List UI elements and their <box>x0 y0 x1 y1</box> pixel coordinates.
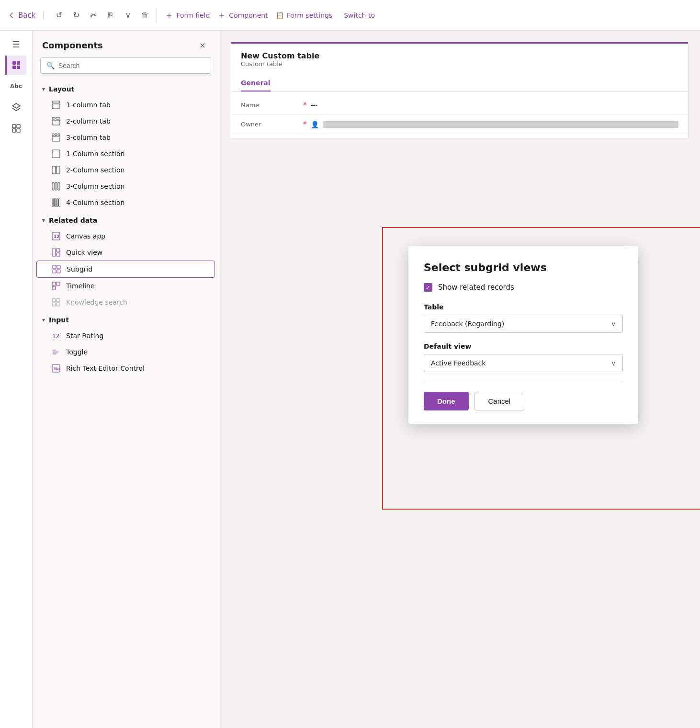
select-subgrid-dialog: Select subgrid views ✓ Show related reco… <box>408 246 638 424</box>
3col-tab-icon <box>52 133 60 142</box>
component-rich-text[interactable]: Abc Rich Text Editor Control <box>36 360 215 376</box>
2col-section-icon <box>52 166 60 174</box>
svg-rect-11 <box>56 117 60 119</box>
table-select[interactable]: Feedback (Regarding) ∨ <box>424 315 623 333</box>
back-button[interactable]: Back <box>8 11 44 20</box>
svg-rect-6 <box>12 129 16 132</box>
form-settings-button[interactable]: 📋 Form settings <box>276 11 333 19</box>
component-quick-view[interactable]: Quick view <box>36 244 215 261</box>
more-button[interactable]: ∨ <box>120 8 135 23</box>
component-canvas-app[interactable]: 123 Canvas app <box>36 228 215 244</box>
delete-button[interactable]: 🗑 <box>137 8 153 23</box>
1col-section-label: 1-Column section <box>66 150 124 158</box>
back-arrow-icon <box>8 11 15 19</box>
svg-text:123: 123 <box>54 234 60 239</box>
done-button[interactable]: Done <box>424 392 469 410</box>
component-timeline[interactable]: Timeline <box>36 278 215 294</box>
svg-rect-5 <box>17 125 20 128</box>
3col-section-label: 3-Column section <box>66 182 124 190</box>
form-settings-label: Form settings <box>287 11 333 19</box>
1col-tab-label: 1-column tab <box>66 101 111 109</box>
search-input[interactable] <box>58 62 205 69</box>
svg-rect-36 <box>52 282 56 285</box>
show-related-checkbox[interactable]: ✓ <box>424 283 432 292</box>
toggle-icon <box>52 348 60 356</box>
svg-rect-8 <box>52 101 60 103</box>
svg-rect-29 <box>52 249 56 256</box>
table-select-chevron-icon: ∨ <box>611 320 616 328</box>
redo-button[interactable]: ↻ <box>68 8 84 23</box>
svg-rect-4 <box>12 125 16 128</box>
tab-general[interactable]: General <box>241 75 271 91</box>
component-2col-section[interactable]: 2-Column section <box>36 162 215 178</box>
svg-rect-24 <box>55 199 56 206</box>
subgrid-icon <box>52 265 61 273</box>
cancel-button[interactable]: Cancel <box>474 392 525 410</box>
svg-rect-34 <box>53 270 56 273</box>
panel-scroll[interactable]: ▾ Layout 1-column tab 2-column tab 3 <box>33 80 219 728</box>
nav-item-grid[interactable] <box>5 56 26 75</box>
nav-item-text[interactable]: Abc <box>7 77 26 96</box>
default-view-select[interactable]: Active Feedback ∨ <box>424 354 623 372</box>
component-3col-tab[interactable]: 3-column tab <box>36 129 215 146</box>
section-related-data[interactable]: ▾ Related data <box>33 211 219 228</box>
svg-rect-32 <box>53 265 56 269</box>
svg-rect-22 <box>58 182 60 190</box>
svg-rect-37 <box>56 282 60 285</box>
component-2col-tab[interactable]: 2-column tab <box>36 113 215 129</box>
component-4col-section[interactable]: 4-Column section <box>36 194 215 211</box>
nav-item-layers[interactable] <box>7 98 26 117</box>
svg-rect-20 <box>52 182 54 190</box>
component-star-rating[interactable]: 123 Star Rating <box>36 328 215 344</box>
add-form-field-button[interactable]: ＋ Form field <box>165 10 210 21</box>
canvas-app-icon: 123 <box>52 232 60 240</box>
panel-title: Components <box>42 40 103 50</box>
nav-item-components[interactable] <box>7 119 26 138</box>
component-1col-tab[interactable]: 1-column tab <box>36 97 215 113</box>
field-name-row: Name * --- <box>231 96 688 115</box>
toggle-label: Toggle <box>66 348 88 356</box>
toolbar-history: ↺ ↻ ✂ ⎘ ∨ 🗑 <box>47 8 157 23</box>
svg-rect-12 <box>52 120 60 125</box>
add-component-button[interactable]: ＋ Component <box>217 10 268 21</box>
grid-icon <box>11 60 21 70</box>
svg-rect-2 <box>12 66 16 69</box>
back-label: Back <box>18 11 35 20</box>
panel-close-button[interactable]: × <box>196 38 209 52</box>
2col-tab-icon <box>52 117 60 125</box>
input-chevron-icon: ▾ <box>42 317 45 323</box>
default-view-field-label: Default view <box>424 342 623 350</box>
layers-icon <box>11 102 21 112</box>
form-card: New Custom table Custom table General Na… <box>231 42 689 138</box>
svg-rect-17 <box>52 150 60 158</box>
components-icon <box>11 124 21 133</box>
search-box[interactable]: 🔍 <box>40 57 211 74</box>
knowledge-search-icon <box>52 298 60 307</box>
table-select-value: Feedback (Regarding) <box>431 320 504 328</box>
svg-rect-10 <box>52 117 55 119</box>
component-subgrid[interactable]: Subgrid <box>36 261 215 278</box>
toolbar-actions: ＋ Form field ＋ Component 📋 Form settings… <box>165 10 375 21</box>
dialog-divider <box>424 382 623 382</box>
undo-button[interactable]: ↺ <box>51 8 67 23</box>
svg-rect-3 <box>17 66 20 69</box>
section-input[interactable]: ▾ Input <box>33 310 219 328</box>
section-layout[interactable]: ▾ Layout <box>33 80 219 97</box>
form-tabs: General <box>231 75 688 92</box>
switch-button[interactable]: Switch to <box>344 11 375 19</box>
rich-text-icon: Abc <box>52 364 60 373</box>
quick-view-icon <box>52 248 60 257</box>
component-1col-section[interactable]: 1-Column section <box>36 146 215 162</box>
copy-button[interactable]: ⎘ <box>103 8 118 23</box>
default-view-select-value: Active Feedback <box>431 359 485 367</box>
svg-rect-40 <box>52 298 56 302</box>
component-toggle[interactable]: Toggle <box>36 344 215 360</box>
component-3col-section[interactable]: 3-Column section <box>36 178 215 194</box>
cut-button[interactable]: ✂ <box>86 8 101 23</box>
panel-header: Components × <box>33 31 219 57</box>
nav-sidebar: ☰ Abc <box>0 31 33 728</box>
timeline-icon <box>52 282 60 290</box>
svg-rect-42 <box>52 303 56 306</box>
nav-item-menu[interactable]: ☰ <box>7 34 26 54</box>
svg-rect-16 <box>52 136 60 141</box>
